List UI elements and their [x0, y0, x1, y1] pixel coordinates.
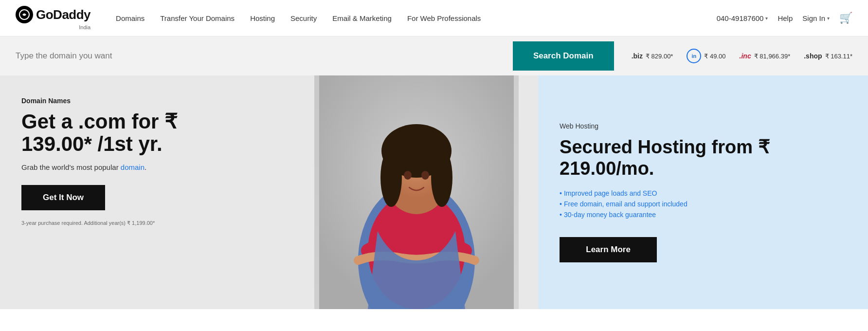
hero-side-panel: Web Hosting Secured Hosting from ₹ 219.0… [538, 75, 868, 309]
nav-item-domains[interactable]: Domains [108, 0, 152, 37]
hero-title: Get a .com for ₹ 139.00* /1st yr. [21, 110, 231, 155]
logo-area: GoDaddy India [16, 6, 90, 30]
badge-shop: .shop ₹ 163.11* [804, 52, 852, 60]
svg-point-7 [431, 148, 452, 207]
side-feature-item: Free domain, email and support included [560, 200, 847, 208]
header: GoDaddy India Domains Transfer Your Doma… [0, 0, 868, 37]
hero-main: Domain Names Get a .com for ₹ 139.00* /1… [0, 75, 538, 309]
get-it-now-button[interactable]: Get It Now [21, 185, 105, 210]
domain-badges: .biz ₹ 829.00* in ₹ 49.00 .inc ₹ 81,966.… [632, 49, 852, 63]
svg-point-6 [380, 148, 402, 207]
phone-chevron-icon: ▾ [765, 16, 768, 21]
search-domain-button[interactable]: Search Domain [513, 41, 614, 71]
header-right: 040-49187600 ▾ Help Sign In ▾ 🛒 [717, 12, 852, 24]
search-input[interactable] [16, 37, 513, 75]
cart-button[interactable]: 🛒 [839, 12, 852, 24]
hero-content: Domain Names Get a .com for ₹ 139.00* /1… [21, 97, 231, 226]
help-link[interactable]: Help [778, 14, 793, 22]
nav-item-hosting[interactable]: Hosting [242, 0, 283, 37]
logo-tagline: India [79, 24, 90, 30]
hero-subtitle: Domain Names [21, 97, 231, 105]
domain-link[interactable]: domain [121, 163, 145, 171]
nav-item-email[interactable]: Email & Marketing [325, 0, 399, 37]
logo-text: GoDaddy [36, 7, 90, 22]
nav-item-webpros[interactable]: For Web Professionals [399, 0, 488, 37]
phone-number[interactable]: 040-49187600 ▾ [717, 14, 768, 22]
side-feature-item: 30-day money back guarantee [560, 211, 847, 219]
badge-biz: .biz ₹ 829.00* [632, 52, 673, 60]
hero-description: Grab the world's most popular domain. [21, 163, 231, 171]
side-title: Secured Hosting from ₹ 219.00/mo. [560, 137, 847, 179]
side-features-list: Improved page loads and SEO Free domain,… [560, 189, 847, 221]
signin-button[interactable]: Sign In ▾ [802, 14, 830, 22]
nav-item-security[interactable]: Security [283, 0, 325, 37]
signin-chevron-icon: ▾ [827, 16, 830, 21]
side-feature-item: Improved page loads and SEO [560, 189, 847, 197]
logo[interactable]: GoDaddy [16, 6, 90, 23]
hero-footnote: 3-year purchase required. Additional yea… [21, 220, 231, 226]
badge-in: in ₹ 49.00 [687, 49, 725, 63]
hero-section: Domain Names Get a .com for ₹ 139.00* /1… [0, 75, 868, 309]
nav-item-transfer[interactable]: Transfer Your Domains [152, 0, 242, 37]
learn-more-button[interactable]: Learn More [560, 237, 657, 262]
svg-point-9 [421, 171, 429, 180]
side-subtitle: Web Hosting [560, 122, 847, 130]
badge-inc: .inc ₹ 81,966.39* [740, 52, 791, 60]
badge-in-circle-icon: in [687, 49, 701, 63]
logo-icon [16, 6, 33, 23]
hero-person-image [314, 75, 519, 309]
search-bar: Search Domain .biz ₹ 829.00* in ₹ 49.00 … [0, 37, 868, 75]
svg-point-8 [404, 171, 412, 180]
nav: Domains Transfer Your Domains Hosting Se… [108, 0, 717, 37]
